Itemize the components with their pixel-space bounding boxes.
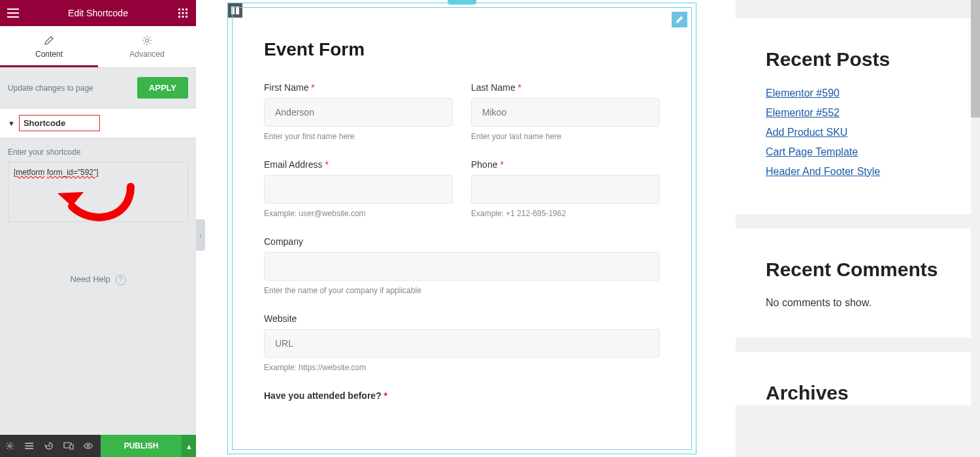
need-help-label: Need Help: [70, 274, 110, 284]
first-name-field[interactable]: [264, 98, 453, 127]
svg-rect-8: [186, 16, 188, 18]
svg-rect-0: [178, 8, 180, 10]
svg-rect-1: [182, 8, 184, 10]
apply-row: Update changes to page APPLY: [0, 68, 196, 108]
svg-rect-5: [186, 12, 188, 14]
menu-icon[interactable]: [7, 7, 20, 20]
settings-icon[interactable]: [0, 435, 20, 457]
company-field[interactable]: [264, 252, 660, 281]
email-label: Email Address *: [264, 159, 453, 170]
svg-point-13: [87, 445, 90, 447]
need-help[interactable]: Need Help ?: [0, 274, 196, 285]
post-link[interactable]: Header And Footer Style: [766, 166, 941, 178]
website-field[interactable]: [264, 329, 660, 358]
sidebar-widgets: Recent Posts Elementor #590 Elementor #5…: [736, 0, 971, 457]
recent-comments-heading: Recent Comments: [766, 257, 941, 282]
publish-options-caret[interactable]: ▴: [182, 435, 196, 457]
history-icon[interactable]: [39, 435, 59, 457]
publish-button[interactable]: PUBLISH: [101, 435, 182, 457]
sidebar-collapse[interactable]: ‹: [196, 219, 205, 251]
last-name-field[interactable]: [471, 98, 660, 127]
apply-hint: Update changes to page: [8, 84, 93, 93]
first-name-label: First Name *: [264, 82, 453, 93]
phone-field[interactable]: [471, 175, 660, 204]
apply-button[interactable]: APPLY: [137, 77, 188, 99]
widget-recent-comments: Recent Comments No comments to show.: [736, 228, 971, 338]
website-label: Website: [264, 313, 660, 324]
no-comments-text: No comments to show.: [766, 297, 941, 309]
navigator-icon[interactable]: [20, 435, 39, 457]
svg-point-10: [8, 445, 11, 447]
preview-inner: Event Form First Name * Enter your first…: [232, 7, 692, 450]
pencil-icon: [44, 35, 54, 46]
email-field[interactable]: [264, 175, 453, 204]
svg-rect-4: [182, 12, 184, 14]
website-help: Example: https://website.com: [264, 363, 660, 372]
caret-down-icon: ▼: [8, 119, 15, 127]
publish-bar: PUBLISH ▴: [0, 435, 196, 457]
tab-content[interactable]: Content: [0, 26, 98, 67]
svg-point-9: [146, 39, 149, 42]
phone-label: Phone *: [471, 159, 660, 170]
post-link[interactable]: Elementor #552: [766, 107, 941, 119]
canvas: Event Form First Name * Enter your first…: [227, 3, 696, 454]
attended-label: Have you attended before? *: [264, 390, 660, 401]
element-handle[interactable]: [448, 0, 476, 5]
section-shortcode-label: Shortcode: [19, 115, 100, 131]
company-label: Company: [264, 236, 660, 247]
page-scrollbar[interactable]: [971, 0, 980, 457]
tab-advanced[interactable]: Advanced: [98, 26, 196, 67]
post-link[interactable]: Elementor #590: [766, 87, 941, 99]
editor-sidebar: Edit Shortcode Content Advanced Update c…: [0, 0, 196, 457]
svg-rect-3: [178, 12, 180, 14]
apps-grid-icon[interactable]: [176, 7, 189, 20]
sidebar-header: Edit Shortcode: [0, 0, 196, 26]
svg-rect-6: [178, 16, 180, 18]
preview-icon[interactable]: [78, 435, 98, 457]
shortcode-textarea[interactable]: [metform form_id="592"]: [8, 162, 188, 222]
shortcode-field-label: Enter your shortcode: [0, 138, 196, 162]
svg-rect-12: [70, 445, 73, 449]
company-help: Enter the name of your company if applic…: [264, 286, 660, 295]
help-icon: ?: [116, 275, 126, 285]
last-name-label: Last Name *: [471, 82, 660, 93]
section-shortcode[interactable]: ▼ Shortcode: [0, 108, 196, 138]
panel-title: Edit Shortcode: [68, 8, 128, 18]
last-name-help: Enter your last name here: [471, 132, 660, 141]
svg-rect-2: [186, 8, 188, 10]
first-name-help: Enter your first name here: [264, 132, 453, 141]
gear-icon: [142, 35, 152, 46]
sidebar-tabs: Content Advanced: [0, 26, 196, 68]
widget-archives: Archives: [736, 352, 971, 405]
phone-help: Example: +1 212-695-1962: [471, 209, 660, 218]
email-help: Example: user@website.com: [264, 209, 453, 218]
scrollbar-thumb[interactable]: [971, 0, 980, 118]
edit-widget-icon[interactable]: [672, 12, 687, 27]
post-link[interactable]: Cart Page Template: [766, 146, 941, 158]
recent-posts-heading: Recent Posts: [766, 47, 941, 72]
widget-recent-posts: Recent Posts Elementor #590 Elementor #5…: [736, 18, 971, 214]
responsive-icon[interactable]: [59, 435, 78, 457]
svg-rect-7: [182, 16, 184, 18]
archives-heading: Archives: [766, 381, 941, 405]
tab-advanced-label: Advanced: [129, 50, 164, 59]
tab-content-label: Content: [35, 50, 63, 59]
form-title: Event Form: [264, 39, 660, 60]
post-link[interactable]: Add Product SKU: [766, 127, 941, 138]
